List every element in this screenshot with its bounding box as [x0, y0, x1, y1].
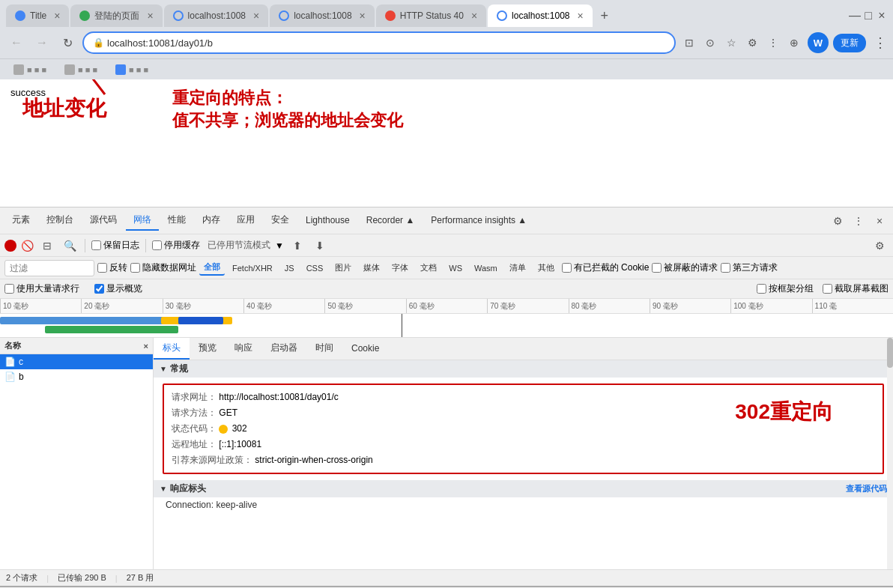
detail-tab-response[interactable]: 响应 [225, 338, 261, 360]
filter-input[interactable] [4, 260, 94, 276]
bookmark-3[interactable]: ■ ■ ■ [111, 63, 153, 76]
blocked-cookie-checkbox[interactable]: 有已拦截的 Cookie [562, 261, 650, 274]
devtools-tab-application[interactable]: 应用 [229, 210, 262, 231]
devtools-tab-perf-insights[interactable]: Performance insights ▲ [423, 212, 534, 230]
hide-data-urls-checkbox[interactable]: 隐藏数据网址 [130, 261, 196, 274]
download-icon[interactable]: ⬇ [311, 237, 329, 255]
tab-6[interactable]: localhost:1008 × [488, 4, 593, 27]
tab-1[interactable]: Title × [6, 4, 69, 27]
devtools-tab-performance[interactable]: 性能 [160, 210, 193, 231]
close-icon[interactable]: × [877, 10, 887, 21]
filter-icon[interactable]: ⊟ [38, 237, 56, 255]
view-source-link[interactable]: 查看源代码 [846, 483, 887, 494]
tab-5[interactable]: HTTP Status 40 × [376, 4, 486, 27]
back-button[interactable]: ← [6, 32, 27, 53]
devtools-close-icon[interactable]: × [871, 212, 889, 230]
profile-icon[interactable]: ⊕ [785, 34, 803, 52]
request-item-b[interactable]: 📄 b [0, 369, 153, 384]
tab-1-close[interactable]: × [54, 10, 60, 22]
devtools-tab-console[interactable]: 控制台 [39, 210, 81, 231]
tab-5-close[interactable]: × [471, 10, 477, 22]
bookmark-favicon-3 [115, 64, 126, 75]
address-input[interactable]: 🔒 localhost:10081/day01/b [82, 31, 676, 54]
timeline-bar-2 [45, 326, 179, 333]
menu-dots-icon[interactable]: ⋮ [874, 34, 887, 51]
detail-tab-initiator[interactable]: 启动器 [261, 338, 306, 360]
reload-button[interactable]: ↻ [57, 32, 78, 53]
tab-3[interactable]: localhost:1008 × [164, 4, 269, 27]
detail-tab-preview[interactable]: 预览 [190, 338, 225, 360]
record-button[interactable] [4, 240, 16, 252]
tab-1-favicon [15, 10, 25, 21]
blocked-requests-checkbox[interactable]: 被屏蔽的请求 [652, 261, 718, 274]
capture-screenshot-checkbox[interactable]: 截取屏幕截图 [823, 282, 889, 295]
large-rows-checkbox[interactable]: 使用大量请求行 [4, 282, 79, 295]
tab-4[interactable]: localhost:1008 × [270, 4, 375, 27]
devtools-tab-recorder[interactable]: Recorder ▲ [359, 212, 423, 230]
filter-img[interactable]: 图片 [330, 261, 356, 275]
update-button[interactable]: 更新 [833, 34, 866, 52]
devtools-tab-elements[interactable]: 元素 [4, 210, 37, 231]
filter-all[interactable]: 全部 [199, 260, 225, 276]
extension-icon[interactable]: ⚙ [743, 34, 761, 52]
tab-4-close[interactable]: × [360, 10, 366, 22]
bookmark-2[interactable]: ■ ■ ■ [60, 63, 102, 76]
scrollbar-v[interactable] [887, 338, 893, 569]
cast-icon[interactable]: ⊡ [680, 34, 698, 52]
detail-tab-cookie[interactable]: Cookie [342, 338, 388, 360]
invert-checkbox[interactable]: 反转 [97, 261, 127, 274]
tab-5-label: HTTP Status 40 [400, 10, 464, 21]
doc-icon-c: 📄 [4, 357, 16, 367]
settings-icon[interactable]: ⚙ [829, 212, 847, 230]
filter-manifest[interactable]: 清单 [505, 261, 530, 275]
bookmark-1[interactable]: ■ ■ ■ [9, 63, 51, 76]
filter-doc[interactable]: 文档 [416, 261, 441, 275]
tab-3-close[interactable]: × [253, 10, 259, 22]
filter-css[interactable]: CSS [302, 262, 328, 274]
more-icon[interactable]: ⋮ [764, 34, 782, 52]
filter-js[interactable]: JS [280, 262, 299, 274]
tab-4-label: localhost:1008 [294, 10, 351, 21]
search-icon[interactable]: 🔍 [61, 237, 79, 255]
scrollbar-thumb[interactable] [887, 338, 893, 368]
section-response-headers[interactable]: ▼ 响应标头 查看源代码 [154, 480, 893, 497]
filter-wasm[interactable]: Wasm [470, 262, 502, 274]
tab-6-close[interactable]: × [578, 10, 584, 22]
new-tab-button[interactable]: + [594, 5, 615, 26]
zoom-icon[interactable]: ⊙ [701, 34, 719, 52]
maximize-icon[interactable]: □ [863, 10, 874, 21]
tab-6-label: localhost:1008 [512, 10, 569, 21]
tab-2-close[interactable]: × [147, 10, 153, 22]
request-item-c[interactable]: 📄 c [0, 354, 153, 369]
avatar-button[interactable]: W [808, 32, 829, 53]
filter-font[interactable]: 字体 [387, 261, 413, 275]
filter-media[interactable]: 媒体 [359, 261, 384, 275]
detail-tab-timing[interactable]: 时间 [306, 338, 342, 360]
section-general-header[interactable]: ▼ 常规 [154, 360, 893, 378]
devtools-tab-network[interactable]: 网络 [126, 210, 159, 231]
clear-button[interactable]: 🚫 [21, 240, 34, 252]
minimize-icon[interactable]: — [850, 10, 860, 21]
filter-xhr[interactable]: Fetch/XHR [228, 262, 277, 274]
filter-other[interactable]: 其他 [533, 261, 559, 275]
preserve-log-checkbox[interactable]: 保留日志 [91, 239, 139, 252]
devtools-tab-lighthouse[interactable]: Lighthouse [298, 212, 357, 230]
group-by-frame-checkbox[interactable]: 按框架分组 [757, 282, 814, 295]
star-icon[interactable]: ☆ [722, 34, 740, 52]
devtools-tab-memory[interactable]: 内存 [195, 210, 228, 231]
devtools-tab-sources[interactable]: 源代码 [82, 210, 124, 231]
network-settings-icon[interactable]: ⚙ [871, 237, 889, 255]
detail-tab-headers[interactable]: 标头 [154, 338, 190, 360]
upload-icon[interactable]: ⬆ [288, 237, 306, 255]
devtools-tab-security[interactable]: 安全 [264, 210, 297, 231]
throttle-dropdown[interactable]: ▼ [275, 240, 284, 251]
tab-2[interactable]: 登陆的页面 × [70, 4, 162, 27]
disable-cache-checkbox[interactable]: 停用缓存 [152, 239, 200, 252]
resource-size: 27 B 用 [127, 572, 154, 584]
forward-button[interactable]: → [31, 32, 52, 53]
filter-ws[interactable]: WS [444, 262, 467, 274]
third-party-checkbox[interactable]: 第三方请求 [721, 261, 778, 274]
close-panel-icon[interactable]: × [144, 342, 148, 351]
vertical-dots-icon[interactable]: ⋮ [850, 212, 868, 230]
show-overview-checkbox[interactable]: 显示概览 [94, 282, 142, 295]
